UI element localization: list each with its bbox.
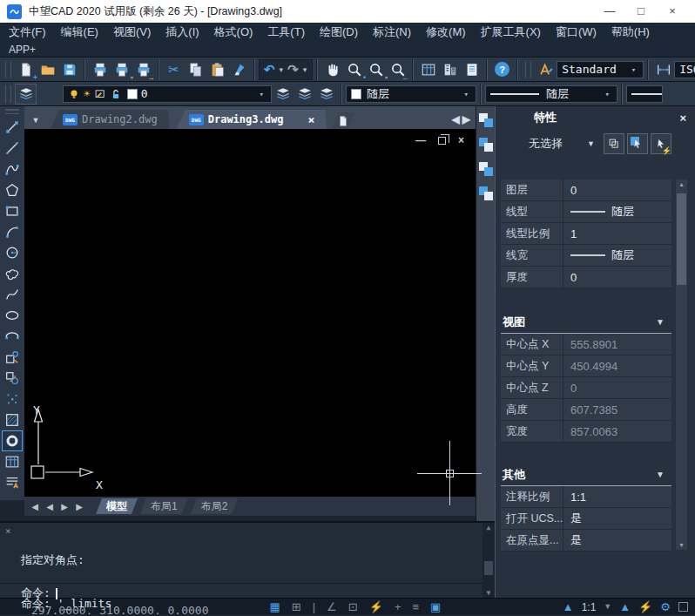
property-value[interactable]: 是 [563,508,671,529]
toolbar-grip[interactable] [5,61,11,78]
properties-palette-button[interactable] [417,59,439,80]
tab-drawing2[interactable]: DWG Drawing2.dwg [51,110,170,129]
tab-scroll-left-icon[interactable]: ◀ [452,113,460,125]
cut-button[interactable]: ✂ [163,59,185,80]
lineweight-combo[interactable]: 随层 [626,85,663,103]
draw-ellipse-arc-button[interactable] [2,326,23,347]
draw-line-button[interactable] [2,117,23,138]
property-value[interactable]: 1 [563,223,671,244]
select-objects-button[interactable] [627,133,648,154]
toolbar-grip[interactable] [525,61,531,78]
redo-button[interactable]: ↷ [286,62,300,78]
draw-polyline-button[interactable] [2,159,23,179]
text-style-combo[interactable]: Standard ▾ [557,61,644,78]
insert-block-button[interactable] [2,347,23,368]
property-value[interactable]: 随层 [563,245,671,266]
open-file-button[interactable] [37,59,58,80]
scroll-down-icon[interactable]: ▼ [482,589,495,597]
send-to-back-button[interactable] [479,138,493,152]
table-button[interactable] [2,451,23,472]
section-header-view[interactable]: 视图 ▼ [501,311,671,334]
new-file-button[interactable]: + [15,59,37,80]
annotation-scale-icon[interactable]: ▲ [563,600,574,613]
draw-donut-button[interactable] [2,430,23,451]
toolbar-grip[interactable] [5,85,11,103]
scrollbar-thumb[interactable] [677,193,686,285]
draw-rectangle-button[interactable] [2,200,23,221]
dim-style-button[interactable] [652,59,674,80]
settings-gear-icon[interactable]: ⚙ [660,600,671,613]
scroll-up-icon[interactable]: ▴ [676,180,687,188]
command-scrollbar[interactable]: ▲ ▼ [482,523,495,598]
property-value[interactable]: 是 [563,530,671,551]
menu-item-window[interactable]: 窗口(W) [556,24,597,40]
draw-point-button[interactable] [2,389,23,410]
zoom-realtime-button[interactable]: • [343,59,365,80]
new-tab-button[interactable] [332,112,354,129]
draw-revision-cloud-button[interactable] [2,263,23,284]
property-value[interactable]: 随层 [563,201,671,222]
hatch-button[interactable] [2,410,23,430]
draw-ellipse-button[interactable] [2,305,23,326]
mtext-button[interactable] [2,472,23,493]
menu-item-format[interactable]: 格式(O) [214,24,253,40]
toolbar-grip[interactable] [5,109,19,114]
chevron-down-icon[interactable]: ▼ [587,139,595,148]
menu-item-file[interactable]: 文件(F) [9,24,46,40]
match-properties-button[interactable] [228,59,250,80]
menu-item-insert[interactable]: 插入(I) [165,24,199,40]
scroll-up-icon[interactable]: ▲ [482,524,495,531]
tool-palettes-button[interactable] [461,59,482,80]
tab-scroll-right-icon[interactable]: ▶ [462,113,470,125]
tab-close-icon[interactable]: × [307,113,314,126]
menu-item-app-plus[interactable]: APP+ [9,44,36,56]
property-value[interactable]: 0 [563,179,671,200]
dynamic-input-toggle-icon[interactable]: + [395,600,401,613]
plot-button[interactable] [89,59,111,80]
menu-item-edit[interactable]: 编辑(E) [61,24,98,40]
command-close-icon[interactable]: × [5,525,11,537]
tab-layout1[interactable]: 布局1 [140,498,188,514]
copy-button[interactable] [185,59,206,80]
menu-item-tools[interactable]: 工具(T) [267,24,305,40]
chevron-down-icon[interactable]: ▼ [604,600,611,613]
draw-spline-button[interactable] [2,284,23,305]
publish-button[interactable]: → [132,59,154,80]
menu-item-draw[interactable]: 绘图(D) [320,24,358,40]
scroll-down-icon[interactable]: ▾ [676,541,687,549]
menu-item-modify[interactable]: 修改(M) [426,24,466,40]
zoom-previous-button[interactable]: ← [387,59,408,80]
auto-annotation-icon[interactable]: ⚡ [638,600,652,613]
command-line-window[interactable]: × 指定对角点: 命令: '_limits 指定左下点或限界 [开(ON)/关(… [0,521,495,598]
tab-drawing3[interactable]: DWG Drawing3.dwg × [177,110,327,129]
pan-button[interactable] [321,59,343,80]
help-button[interactable]: ? [491,59,513,80]
color-combo[interactable]: 随层 ▾ [346,85,476,103]
section-header-misc[interactable]: 其他 ▼ [501,464,671,486]
polar-toggle-icon[interactable]: ∠ [327,600,337,613]
property-value[interactable]: 0 [563,267,671,288]
minimize-button[interactable]: — [594,0,625,23]
layer-manager-button[interactable] [15,84,37,105]
save-button[interactable] [58,59,80,80]
selection-dropdown[interactable]: 无选择 [529,136,563,152]
osnap-toggle-icon[interactable]: ⊡ [348,600,358,613]
maximize-button[interactable]: □ [625,0,657,23]
undo-dropdown-icon[interactable]: ▾ [280,65,284,74]
close-button[interactable]: × [657,0,688,23]
draw-arc-button[interactable] [2,221,23,242]
plot-preview-button[interactable]: ▫ [111,59,132,80]
undo-button[interactable]: ↶ [262,62,277,78]
mdi-restore-button[interactable] [438,137,446,145]
drawing-canvas[interactable]: — × Y X [24,129,476,497]
bring-above-objects-button[interactable] [479,162,493,176]
draw-circle-button[interactable] [2,242,23,263]
layer-tools-button[interactable] [315,84,337,105]
dim-style-combo[interactable]: ISO-25 [674,61,695,78]
scrollbar-thumb[interactable] [484,561,493,575]
redo-dropdown-icon[interactable]: ▾ [303,65,307,74]
annotation-visibility-icon[interactable]: ▲ [619,600,631,613]
paste-button[interactable] [206,59,228,80]
layer-previous-button[interactable] [272,84,294,105]
mdi-close-button[interactable]: × [458,134,464,146]
